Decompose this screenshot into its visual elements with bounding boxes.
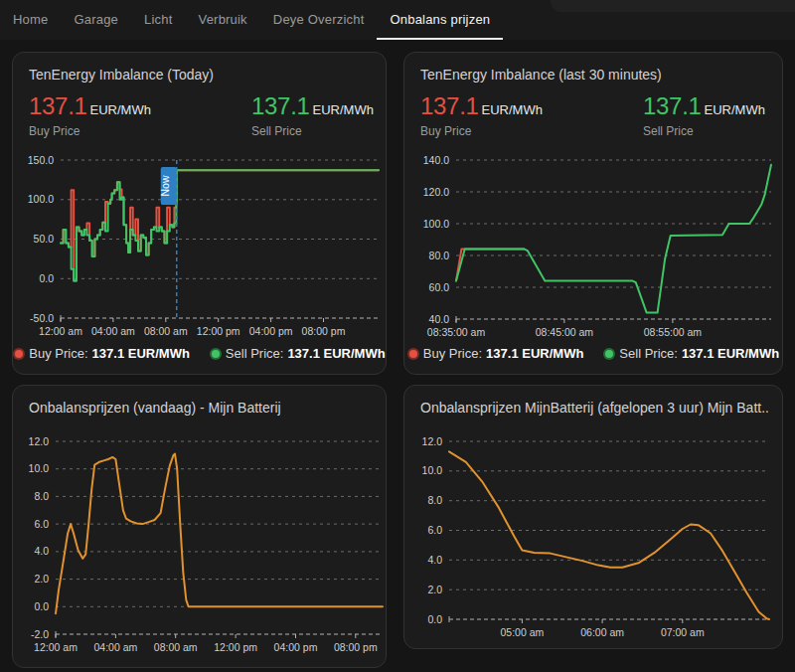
- top-right-panel-edge: [551, 0, 795, 12]
- svg-text:08:45:00 am: 08:45:00 am: [536, 326, 594, 338]
- sell-price-label: Sell Price: [251, 124, 374, 138]
- svg-text:08:55:00 am: 08:55:00 am: [644, 326, 703, 338]
- svg-text:08:00 pm: 08:00 pm: [334, 641, 378, 653]
- svg-text:150.0: 150.0: [28, 154, 54, 166]
- svg-text:-2.0: -2.0: [31, 628, 49, 640]
- legend-sell-value: 137.1 EUR/MWh: [682, 346, 779, 361]
- svg-text:-50.0: -50.0: [30, 312, 54, 324]
- svg-text:10.0: 10.0: [29, 462, 50, 474]
- buy-price-label: Buy Price: [420, 124, 543, 138]
- tab-deye-overzicht[interactable]: Deye Overzicht: [260, 0, 378, 40]
- svg-text:6.0: 6.0: [427, 524, 442, 536]
- svg-text:12:00 am: 12:00 am: [34, 641, 78, 653]
- tab-licht[interactable]: Licht: [131, 0, 185, 40]
- svg-text:40.0: 40.0: [429, 313, 450, 325]
- chart-onbalansprijzen-vandaag: 12.010.08.06.04.02.00.0-2.012:00 am04:00…: [16, 433, 387, 664]
- sell-price-block: 137.1EUR/MWh Sell Price: [643, 92, 765, 138]
- card-onbalansprijzen-vandaag: Onbalansprijzen (vandaag) - Mijn Batteri…: [12, 385, 387, 668]
- buy-price-value: 137.1: [29, 92, 87, 119]
- svg-text:0.0: 0.0: [39, 272, 54, 284]
- legend-sell-label: Sell Price:: [619, 346, 678, 361]
- svg-text:8.0: 8.0: [427, 494, 442, 506]
- sell-price-value: 137.1: [643, 92, 702, 119]
- svg-text:4.0: 4.0: [34, 545, 49, 557]
- sell-price-unit: EUR/MWh: [313, 102, 374, 117]
- svg-text:140.0: 140.0: [423, 154, 449, 166]
- sell-series-dot: [603, 348, 615, 360]
- buy-series-dot: [13, 348, 25, 360]
- legend-item-buy[interactable]: Buy Price: 137.1 EUR/MWh: [13, 346, 190, 361]
- card-title: TenEnergy Imbalance (last 30 minutes): [420, 67, 768, 83]
- svg-text:0.0: 0.0: [34, 600, 49, 612]
- legend-sell-value: 137.1 EUR/MWh: [287, 346, 385, 361]
- svg-text:50.0: 50.0: [34, 233, 55, 245]
- svg-text:100.0: 100.0: [423, 218, 449, 230]
- svg-text:08:00 pm: 08:00 pm: [302, 325, 346, 337]
- svg-text:08:35:00 am: 08:35:00 am: [427, 326, 486, 338]
- svg-text:12:00 pm: 12:00 pm: [197, 325, 240, 337]
- svg-text:80.0: 80.0: [429, 250, 450, 261]
- tab-home[interactable]: Home: [0, 0, 61, 40]
- sell-price-value: 137.1: [251, 92, 310, 119]
- svg-text:12:00 pm: 12:00 pm: [214, 641, 257, 653]
- buy-price-block: 137.1EUR/MWh Buy Price: [29, 92, 151, 138]
- sell-price-unit: EUR/MWh: [705, 102, 765, 117]
- sell-price-label: Sell Price: [643, 124, 765, 138]
- svg-text:12.0: 12.0: [29, 435, 50, 447]
- svg-text:08:00 am: 08:00 am: [154, 641, 198, 653]
- legend-item-sell[interactable]: Sell Price: 137.1 EUR/MWh: [210, 346, 386, 361]
- chart-tenenergy-30min: 140.0120.0100.080.060.040.008:35:00 am08…: [407, 148, 783, 347]
- svg-text:2.0: 2.0: [427, 584, 442, 595]
- buy-price-block: 137.1EUR/MWh Buy Price: [420, 92, 543, 138]
- svg-text:4.0: 4.0: [427, 554, 442, 566]
- svg-text:10.0: 10.0: [422, 464, 443, 476]
- svg-text:04:00 pm: 04:00 pm: [249, 325, 293, 337]
- svg-text:04:00 am: 04:00 am: [91, 325, 135, 337]
- svg-text:8.0: 8.0: [34, 490, 49, 502]
- legend-item-sell[interactable]: Sell Price: 137.1 EUR/MWh: [603, 346, 779, 361]
- svg-text:2.0: 2.0: [34, 573, 49, 585]
- chart-legend: Buy Price: 137.1 EUR/MWh Sell Price: 137…: [404, 346, 782, 361]
- tab-onbalans-prijzen[interactable]: Onbalans prijzen: [377, 0, 503, 40]
- svg-text:6.0: 6.0: [34, 518, 49, 530]
- svg-text:04:00 pm: 04:00 pm: [274, 641, 318, 653]
- svg-text:60.0: 60.0: [429, 281, 450, 293]
- legend-item-buy[interactable]: Buy Price: 137.1 EUR/MWh: [407, 346, 584, 361]
- buy-price-unit: EUR/MWh: [90, 102, 151, 117]
- svg-text:120.0: 120.0: [423, 186, 449, 198]
- tab-verbruik[interactable]: Verbruik: [186, 0, 260, 40]
- svg-text:12.0: 12.0: [422, 435, 443, 447]
- svg-text:12:00 am: 12:00 am: [39, 325, 82, 337]
- card-tenenergy-today: TenEnergy Imbalance (Today) 137.1EUR/MWh…: [12, 52, 387, 375]
- legend-buy-label: Buy Price:: [29, 346, 87, 361]
- legend-buy-value: 137.1 EUR/MWh: [92, 346, 190, 361]
- card-tenenergy-30min: TenEnergy Imbalance (last 30 minutes) 13…: [403, 52, 783, 375]
- svg-text:08:00 am: 08:00 am: [144, 325, 188, 337]
- chart-legend: Buy Price: 137.1 EUR/MWh Sell Price: 137…: [13, 346, 386, 361]
- buy-price-label: Buy Price: [29, 124, 151, 138]
- chart-tenenergy-today: 150.0100.050.00.0-50.012:00 am04:00 am08…: [16, 148, 386, 347]
- legend-buy-value: 137.1 EUR/MWh: [486, 346, 583, 361]
- card-title: Onbalansprijzen MijnBatterij (afgelopen …: [420, 400, 768, 416]
- sell-series-dot: [210, 348, 222, 360]
- card-title: Onbalansprijzen (vandaag) - Mijn Batteri…: [29, 400, 372, 416]
- sell-price-block: 137.1EUR/MWh Sell Price: [251, 92, 374, 138]
- buy-series-dot: [407, 348, 419, 360]
- card-onbalansprijzen-3uur: Onbalansprijzen MijnBatterij (afgelopen …: [403, 385, 783, 649]
- card-title: TenEnergy Imbalance (Today): [29, 67, 372, 83]
- svg-text:0.0: 0.0: [427, 613, 442, 625]
- svg-text:07:00 am: 07:00 am: [661, 626, 705, 638]
- home-assistant-dashboard: { "header": { "tabs": [ { "label": "Home…: [0, 0, 795, 672]
- svg-text:06:00 am: 06:00 am: [580, 626, 624, 638]
- chart-onbalansprijzen-3uur: 12.010.08.06.04.02.00.005:00 am06:00 am0…: [407, 433, 783, 644]
- legend-buy-label: Buy Price:: [423, 346, 482, 361]
- buy-price-value: 137.1: [420, 92, 479, 119]
- buy-price-unit: EUR/MWh: [482, 102, 543, 117]
- svg-text:05:00 am: 05:00 am: [501, 626, 545, 638]
- tab-garage[interactable]: Garage: [61, 0, 131, 40]
- svg-text:100.0: 100.0: [28, 193, 54, 205]
- svg-text:Now: Now: [159, 175, 171, 196]
- legend-sell-label: Sell Price:: [226, 346, 284, 361]
- svg-text:04:00 am: 04:00 am: [94, 641, 138, 653]
